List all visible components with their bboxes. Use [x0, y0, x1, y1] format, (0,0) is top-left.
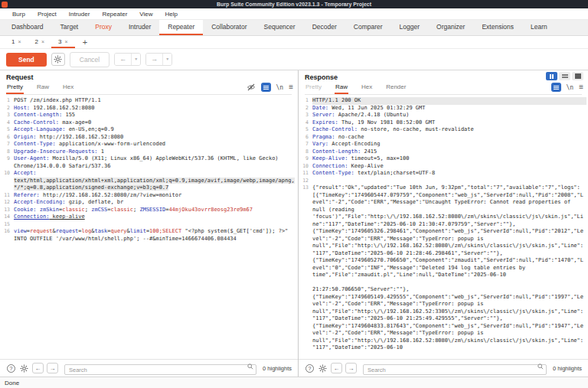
line-content: Pragma: no-cache	[312, 134, 586, 142]
layout-rows-button[interactable]	[559, 72, 570, 80]
tab-learn[interactable]: Learn	[522, 20, 556, 35]
close-tab-icon[interactable]: ×	[18, 39, 21, 44]
line-number: 5	[300, 126, 312, 134]
code-line: 5Accept-Language: en-US,en;q=0.9	[2, 126, 296, 134]
next-response-button[interactable]: →	[146, 54, 162, 65]
line-number: 12	[2, 199, 14, 207]
response-view-tab-pretty[interactable]: Pretty	[305, 83, 322, 94]
request-editor[interactable]: 1POST /zm/index.php HTTP/1.12Host: 192.1…	[0, 95, 298, 359]
code-line: 4Expires: Thu, 19 Nov 1981 08:52:00 GMT	[300, 119, 586, 127]
menu-item-repeater[interactable]: Repeater	[96, 11, 133, 18]
line-number: 11	[2, 192, 14, 200]
response-view-tab-raw[interactable]: Raw	[335, 83, 348, 94]
editor-menu-icon[interactable]: ≡	[289, 83, 293, 91]
tab-collaborator[interactable]: Collaborator	[203, 20, 255, 35]
next-response-dropdown[interactable]: ▾	[162, 54, 172, 65]
request-search-settings-icon[interactable]	[19, 364, 29, 373]
code-line: 11Referer: http://192.168.162.52:8080/zm…	[2, 192, 296, 200]
response-search-input[interactable]	[363, 364, 547, 375]
code-line: 13{"result":"Ok","updated":"Tue 10th Jun…	[300, 184, 586, 352]
cancel-button[interactable]: Cancel	[70, 52, 109, 67]
close-tab-icon[interactable]: ×	[65, 39, 68, 44]
line-content: Cache-Control: max-age=0	[14, 119, 296, 127]
response-viewer[interactable]: 1HTTP/1.1 200 OK2Date: Wed, 11 Jun 2025 …	[299, 95, 588, 359]
request-settings-gear-button[interactable]	[51, 53, 65, 66]
close-tab-icon[interactable]: ×	[41, 39, 44, 44]
line-number: 15	[2, 221, 14, 229]
tab-organizer[interactable]: Organizer	[428, 20, 473, 35]
request-search-help-icon[interactable]: ?	[7, 364, 15, 373]
code-line: 7Content-Type: application/x-www-form-ur…	[2, 141, 296, 148]
request-search-input[interactable]	[64, 364, 256, 375]
code-line: 12Accept-Encoding: gzip, deflate, br	[2, 199, 296, 207]
editor-panels: Request PrettyRawHex \n ≡ 1POST /zm/inde…	[0, 70, 588, 377]
next-response-split-button: → ▾	[145, 53, 172, 66]
request-view-tab-pretty[interactable]: Pretty	[6, 83, 24, 94]
send-button[interactable]: Send	[6, 53, 47, 67]
show-newlines-icon[interactable]: \n	[276, 84, 284, 91]
line-number: 16	[2, 228, 14, 243]
line-content: Accept: text/html,application/xhtml+xml,…	[14, 170, 296, 192]
response-search-settings-icon[interactable]	[318, 364, 328, 373]
menu-item-burp[interactable]: Burp	[6, 11, 31, 18]
word-wrap-toggle-icon[interactable]	[261, 83, 271, 92]
repeater-tab-label: 1	[11, 38, 15, 45]
word-wrap-toggle-icon[interactable]	[551, 83, 561, 92]
show-newlines-icon[interactable]: \n	[567, 84, 574, 91]
response-view-tab-render[interactable]: Render	[385, 83, 407, 94]
line-content: {"result":"Ok","updated":"Tue 10th Jun, …	[312, 184, 586, 352]
layout-single-button[interactable]	[572, 72, 583, 80]
tab-comparer[interactable]: Comparer	[345, 20, 391, 35]
line-content: POST /zm/index.php HTTP/1.1	[14, 97, 296, 105]
response-search-next-button[interactable]: →	[345, 363, 357, 373]
tab-sequencer[interactable]: Sequencer	[256, 20, 304, 35]
line-number: 2	[300, 105, 312, 112]
menu-item-help[interactable]: Help	[159, 11, 184, 18]
tab-decoder[interactable]: Decoder	[304, 20, 345, 35]
tab-repeater[interactable]: Repeater	[159, 20, 203, 35]
line-content: Content-Length: 155	[14, 112, 296, 119]
layout-columns-button[interactable]	[546, 72, 557, 80]
repeater-tab-1[interactable]: 1×	[5, 36, 28, 48]
repeater-tab-3[interactable]: 3×	[51, 36, 75, 48]
burp-window: Burp Suite Community Edition v2023.1.3 -…	[0, 0, 588, 388]
line-content: Cookie: zmSkin=classic; zmCSS=classic; Z…	[14, 207, 296, 214]
line-number: 12	[300, 178, 312, 185]
response-view-tab-hex[interactable]: Hex	[361, 83, 373, 94]
prev-response-dropdown[interactable]: ▾	[131, 54, 140, 65]
line-content: Connection: Keep-Alive	[312, 163, 586, 171]
code-line: 9User-Agent: Mozilla/5.0 (X11; Linux x86…	[2, 155, 296, 170]
line-number: 7	[300, 141, 312, 148]
response-search-prev-button[interactable]: ←	[331, 363, 342, 373]
tab-proxy[interactable]: Proxy	[87, 20, 120, 35]
tab-logger[interactable]: Logger	[391, 20, 428, 35]
response-search-help-icon[interactable]: ?	[305, 364, 314, 373]
code-line: 1HTTP/1.1 200 OK	[300, 97, 586, 105]
line-number: 3	[300, 112, 312, 119]
request-search-prev-button[interactable]: ←	[32, 363, 44, 373]
code-line: 14Connection: keep-alive	[2, 214, 296, 221]
line-content: Server: Apache/2.4.18 (Ubuntu)	[312, 112, 586, 119]
code-line: 1POST /zm/index.php HTTP/1.1	[2, 97, 296, 105]
request-search-next-button[interactable]: →	[47, 363, 58, 373]
line-number: 1	[300, 97, 312, 105]
code-line: 15	[2, 221, 296, 229]
editor-menu-icon[interactable]: ≡	[579, 83, 583, 91]
repeater-tab-2[interactable]: 2×	[28, 36, 52, 48]
menu-item-project[interactable]: Project	[31, 11, 63, 18]
tab-target[interactable]: Target	[52, 20, 87, 35]
tab-extensions[interactable]: Extensions	[473, 20, 522, 35]
prev-response-split-button: ← ▾	[114, 53, 141, 66]
menu-item-view[interactable]: View	[133, 11, 158, 18]
menu-item-intruder[interactable]: Intruder	[63, 11, 96, 18]
line-content: Accept-Language: en-US,en;q=0.9	[14, 126, 296, 134]
tab-dashboard[interactable]: Dashboard	[3, 20, 52, 35]
request-view-tab-raw[interactable]: Raw	[36, 83, 50, 94]
add-tab-button[interactable]: +	[75, 36, 95, 48]
code-line: 2Date: Wed, 11 Jun 2025 01:32:29 GMT	[300, 105, 586, 112]
request-view-tab-hex[interactable]: Hex	[62, 83, 74, 94]
prev-response-button[interactable]: ←	[115, 54, 131, 65]
hide-eye-icon[interactable]	[247, 83, 256, 92]
tab-intruder[interactable]: Intruder	[120, 20, 159, 35]
line-content: Connection: keep-alive	[14, 214, 296, 221]
